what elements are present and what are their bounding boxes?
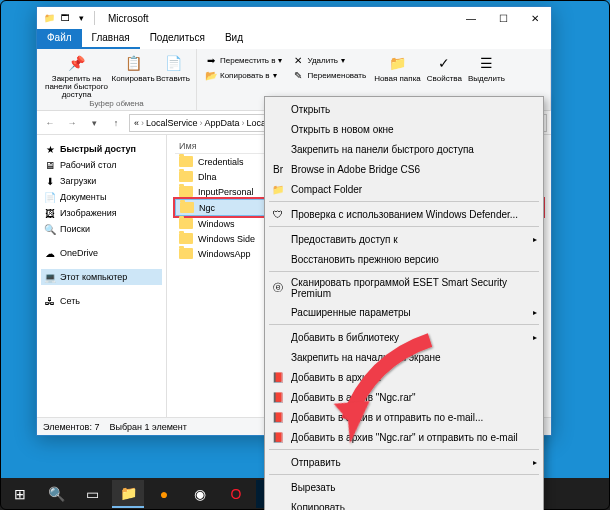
copy-button[interactable]: 📋 Копировать <box>116 53 150 83</box>
context-item-label: Открыть <box>291 104 330 115</box>
context-separator <box>269 474 539 475</box>
paste-button[interactable]: 📄 Вставить <box>156 53 190 83</box>
download-icon: ⬇ <box>44 175 56 187</box>
up-button[interactable]: ↑ <box>107 114 125 132</box>
pin-button[interactable]: 📌 Закрепить на панели быстрого доступа <box>43 53 110 99</box>
network-icon: 🖧 <box>44 295 56 307</box>
firefox-taskbar[interactable]: ● <box>148 480 180 508</box>
context-item[interactable]: Копировать <box>267 497 541 510</box>
delete-icon: ✕ <box>292 54 304 66</box>
context-item[interactable]: Открыть в новом окне <box>267 119 541 139</box>
context-separator <box>269 271 539 272</box>
pc-icon: 💻 <box>44 271 56 283</box>
select-all-button[interactable]: ☰ Выделить <box>468 53 505 83</box>
sidebar-desktop[interactable]: 🖥Рабочий стол <box>41 157 162 173</box>
context-item-icon: 📕 <box>271 410 285 424</box>
context-item[interactable]: Предоставить доступ к <box>267 229 541 249</box>
paste-icon: 📄 <box>163 53 183 73</box>
context-item-label: Копировать <box>291 502 345 511</box>
sidebar-pictures[interactable]: 🖼Изображения <box>41 205 162 221</box>
sidebar-quick-access[interactable]: ★Быстрый доступ <box>41 141 162 157</box>
tab-share[interactable]: Поделиться <box>140 29 215 49</box>
context-item[interactable]: Отправить <box>267 452 541 472</box>
sidebar-searches[interactable]: 🔍Поиски <box>41 221 162 237</box>
context-item[interactable]: 📕Добавить в архив "Ngc.rar" <box>267 387 541 407</box>
context-item[interactable]: 🛡Проверка с использованием Windows Defen… <box>267 204 541 224</box>
context-item[interactable]: Закрепить на панели быстрого доступа <box>267 139 541 159</box>
context-item-label: Добавить в архив и отправить по e-mail..… <box>291 412 483 423</box>
move-icon: ➡ <box>205 54 217 66</box>
explorer-taskbar[interactable]: 📁 <box>112 480 144 508</box>
context-item[interactable]: 📁Compact Folder <box>267 179 541 199</box>
sidebar-this-pc[interactable]: 💻Этот компьютер <box>41 269 162 285</box>
context-item[interactable]: Добавить в библиотеку <box>267 327 541 347</box>
sidebar-network[interactable]: 🖧Сеть <box>41 293 162 309</box>
tab-home[interactable]: Главная <box>82 29 140 49</box>
recent-button[interactable]: ▾ <box>85 114 103 132</box>
chrome-taskbar[interactable]: ◉ <box>184 480 216 508</box>
properties-button[interactable]: ✓ Свойства <box>427 53 462 83</box>
folder-icon: 📁 <box>43 12 55 24</box>
context-item-icon <box>271 455 285 469</box>
context-item-icon: 📕 <box>271 390 285 404</box>
context-item-label: Добавить в библиотеку <box>291 332 399 343</box>
context-item-icon: 📕 <box>271 370 285 384</box>
copy-to-button[interactable]: 📂Копировать в ▾ <box>203 68 284 82</box>
context-item[interactable]: Расширенные параметры <box>267 302 541 322</box>
tab-file[interactable]: Файл <box>37 29 82 49</box>
context-item-icon <box>271 102 285 116</box>
context-item[interactable]: Восстановить прежнюю версию <box>267 249 541 269</box>
sidebar: ★Быстрый доступ 🖥Рабочий стол ⬇Загрузки … <box>37 135 167 417</box>
context-item-icon <box>271 500 285 510</box>
context-item-label: Проверка с использованием Windows Defend… <box>291 209 518 220</box>
delete-button[interactable]: ✕Удалить ▾ <box>290 53 368 67</box>
context-item[interactable]: ⓔСканировать программой ESET Smart Secur… <box>267 274 541 302</box>
sidebar-onedrive[interactable]: ☁OneDrive <box>41 245 162 261</box>
back-button[interactable]: ← <box>41 114 59 132</box>
context-item-icon <box>271 142 285 156</box>
star-icon: ★ <box>44 143 56 155</box>
context-separator <box>269 201 539 202</box>
maximize-button[interactable]: ☐ <box>487 7 519 29</box>
context-item-icon <box>271 480 285 494</box>
cloud-icon: ☁ <box>44 247 56 259</box>
opera-taskbar[interactable]: O <box>220 480 252 508</box>
context-item[interactable]: Вырезать <box>267 477 541 497</box>
context-item[interactable]: Открыть <box>267 99 541 119</box>
close-button[interactable]: ✕ <box>519 7 551 29</box>
start-button[interactable]: ⊞ <box>4 480 36 508</box>
context-item-label: Добавить в архив "Ngc.rar" и отправить п… <box>291 432 518 443</box>
folder-icon <box>179 248 193 259</box>
context-item-label: Закрепить на панели быстрого доступа <box>291 144 474 155</box>
context-separator <box>269 226 539 227</box>
context-item-icon <box>271 122 285 136</box>
move-to-button[interactable]: ➡Переместить в ▾ <box>203 53 284 67</box>
context-item-label: Закрепить на начальном экране <box>291 352 441 363</box>
context-item-label: Browse in Adobe Bridge CS6 <box>291 164 420 175</box>
context-item-label: Открыть в новом окне <box>291 124 394 135</box>
item-count: Элементов: 7 <box>43 422 99 432</box>
rename-button[interactable]: ✎Переименовать <box>290 68 368 82</box>
sidebar-downloads[interactable]: ⬇Загрузки <box>41 173 162 189</box>
context-item[interactable]: BrBrowse in Adobe Bridge CS6 <box>267 159 541 179</box>
context-separator <box>269 449 539 450</box>
dropdown-icon[interactable]: ▾ <box>75 12 87 24</box>
new-folder-button[interactable]: 📁 Новая папка <box>374 53 421 83</box>
search-button[interactable]: 🔍 <box>40 480 72 508</box>
context-item-icon: 📁 <box>271 182 285 196</box>
context-item[interactable]: 📕Добавить в архив "Ngc.rar" и отправить … <box>267 427 541 447</box>
minimize-button[interactable]: — <box>455 7 487 29</box>
context-item-icon <box>271 232 285 246</box>
context-item[interactable]: 📕Добавить в архив и отправить по e-mail.… <box>267 407 541 427</box>
folder-icon <box>179 171 193 182</box>
forward-button[interactable]: → <box>63 114 81 132</box>
context-item[interactable]: 📕Добавить в архив... <box>267 367 541 387</box>
taskview-button[interactable]: ▭ <box>76 480 108 508</box>
tab-view[interactable]: Вид <box>215 29 253 49</box>
context-item[interactable]: Закрепить на начальном экране <box>267 347 541 367</box>
folder-icon <box>179 218 193 229</box>
folder-icon <box>179 186 193 197</box>
context-item-icon <box>271 330 285 344</box>
sidebar-documents[interactable]: 📄Документы <box>41 189 162 205</box>
copy-icon: 📋 <box>123 53 143 73</box>
